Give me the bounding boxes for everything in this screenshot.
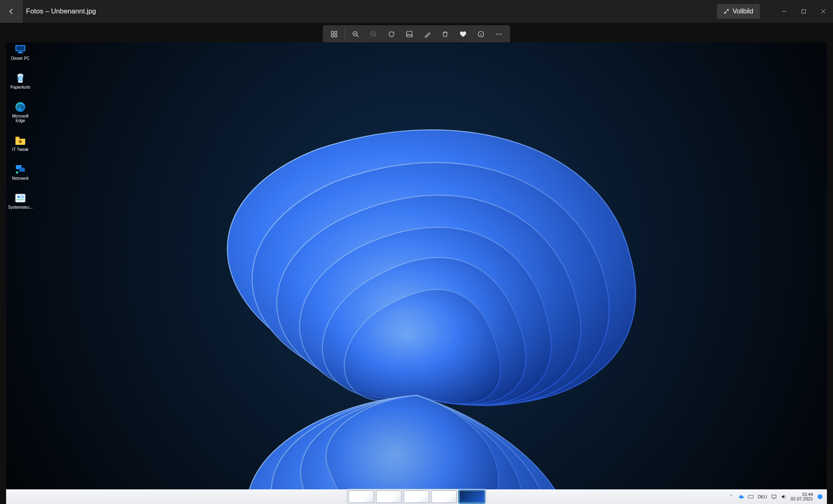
minimize-icon xyxy=(782,9,787,14)
svg-point-11 xyxy=(501,34,502,35)
arrow-left-icon xyxy=(8,8,15,15)
svg-rect-24 xyxy=(21,196,24,196)
tray-network-icon xyxy=(771,494,777,500)
edit-image-button[interactable] xyxy=(401,25,419,43)
taskbar-thumb xyxy=(404,491,429,503)
photo-viewport[interactable]: Dieser PC Papierkorb Microsoft Edge IT T… xyxy=(6,42,827,504)
tray-notifications-icon xyxy=(817,494,823,500)
folder-icon xyxy=(14,135,26,146)
info-button[interactable] xyxy=(472,25,490,43)
svg-rect-4 xyxy=(335,35,337,37)
svg-point-21 xyxy=(16,171,18,174)
desktop-icon-this-pc: Dieser PC xyxy=(9,44,32,61)
svg-rect-25 xyxy=(21,197,24,198)
compare-icon xyxy=(331,31,338,38)
back-button[interactable] xyxy=(0,0,23,23)
draw-button[interactable] xyxy=(419,25,436,43)
tray-clock: 15:44 02.07.2021 xyxy=(791,492,813,501)
desktop-icon-edge: Microsoft Edge xyxy=(9,102,32,123)
rotate-icon xyxy=(388,31,395,38)
taskbar-thumbnails xyxy=(346,489,487,504)
compare-button[interactable] xyxy=(325,25,343,43)
tray-volume-icon xyxy=(781,494,787,500)
title-separator: – xyxy=(45,7,49,15)
svg-rect-20 xyxy=(19,168,25,172)
svg-rect-15 xyxy=(17,52,23,53)
window-title: Fotos – Unbenannt.jpg xyxy=(26,7,96,15)
svg-rect-28 xyxy=(772,495,776,498)
svg-point-29 xyxy=(818,494,822,499)
trash-icon xyxy=(442,31,449,38)
maximize-button[interactable] xyxy=(794,0,813,23)
svg-rect-1 xyxy=(331,31,334,33)
zoom-in-icon xyxy=(352,31,360,38)
zoom-out-icon xyxy=(370,31,377,38)
wallpaper-bloom xyxy=(6,42,827,504)
edge-icon xyxy=(14,102,26,112)
control-panel-icon xyxy=(14,193,26,203)
close-icon xyxy=(821,9,826,14)
desktop-icon-recycle-bin: Papierkorb xyxy=(9,73,32,89)
file-name: Unbenannt.jpg xyxy=(51,7,96,15)
more-icon xyxy=(495,31,503,38)
heart-icon xyxy=(460,31,467,38)
desktop-icon-label: Papierkorb xyxy=(11,85,30,89)
tray-date: 02.07.2021 xyxy=(791,497,813,501)
photo-toolbar xyxy=(323,25,510,43)
draw-icon xyxy=(424,31,431,38)
favorite-button[interactable] xyxy=(454,25,472,43)
taskbar-thumb-selected xyxy=(459,491,484,503)
inner-desktop-icons: Dieser PC Papierkorb Microsoft Edge IT T… xyxy=(9,44,32,209)
svg-rect-14 xyxy=(19,52,22,52)
desktop-icon-label: Netzwerk xyxy=(12,176,29,181)
taskbar-tray: ˄ DEU 15:44 02.07.2021 xyxy=(728,492,823,501)
rotate-button[interactable] xyxy=(383,25,401,43)
svg-rect-7 xyxy=(407,31,412,37)
desktop-icon-network: Netzwerk xyxy=(9,164,32,181)
zoom-out-button[interactable] xyxy=(365,25,383,43)
desktop-icon-label: Systemsteu... xyxy=(8,205,33,209)
desktop-icon-label: Microsoft Edge xyxy=(9,114,32,123)
info-icon xyxy=(478,31,485,38)
minimize-button[interactable] xyxy=(774,0,794,23)
svg-point-18 xyxy=(19,140,22,143)
fullscreen-button[interactable]: Vollbild xyxy=(717,4,760,19)
pc-icon xyxy=(14,44,26,55)
zoom-in-button[interactable] xyxy=(347,25,365,43)
taskbar-thumb xyxy=(432,491,457,503)
svg-rect-3 xyxy=(331,35,334,37)
desktop-icon-label: IT Tweak xyxy=(12,147,28,152)
desktop-icon-it-tweak: IT Tweak xyxy=(9,135,32,152)
toolbar-separator xyxy=(345,29,345,39)
desktop-icon-label: Dieser PC xyxy=(11,56,30,61)
tray-keyboard-icon xyxy=(748,494,754,500)
maximize-icon xyxy=(801,9,806,14)
fullscreen-label: Vollbild xyxy=(733,8,753,15)
desktop-icon-control-panel: Systemsteu... xyxy=(9,193,32,209)
svg-rect-2 xyxy=(335,31,337,33)
svg-rect-0 xyxy=(802,10,806,13)
tray-language: DEU xyxy=(758,494,767,499)
svg-rect-13 xyxy=(16,46,24,50)
svg-rect-26 xyxy=(17,199,24,200)
network-icon xyxy=(14,164,26,175)
edit-image-icon xyxy=(406,31,413,38)
svg-point-23 xyxy=(17,196,20,198)
delete-button[interactable] xyxy=(436,25,454,43)
fullscreen-icon xyxy=(724,9,729,14)
tray-onedrive-icon xyxy=(738,494,744,500)
taskbar-thumb xyxy=(376,491,401,503)
tray-chevron-icon: ˄ xyxy=(728,494,734,500)
inner-taskbar: ˄ DEU 15:44 02.07.2021 xyxy=(6,489,827,504)
close-button[interactable] xyxy=(813,0,833,23)
app-name: Fotos xyxy=(26,7,44,15)
more-button[interactable] xyxy=(490,25,508,43)
recycle-icon xyxy=(14,73,26,83)
svg-point-10 xyxy=(498,34,499,35)
taskbar-thumb xyxy=(349,491,374,503)
titlebar: Fotos – Unbenannt.jpg Vollbild xyxy=(0,0,833,23)
svg-rect-27 xyxy=(748,495,753,498)
svg-point-9 xyxy=(496,34,497,35)
